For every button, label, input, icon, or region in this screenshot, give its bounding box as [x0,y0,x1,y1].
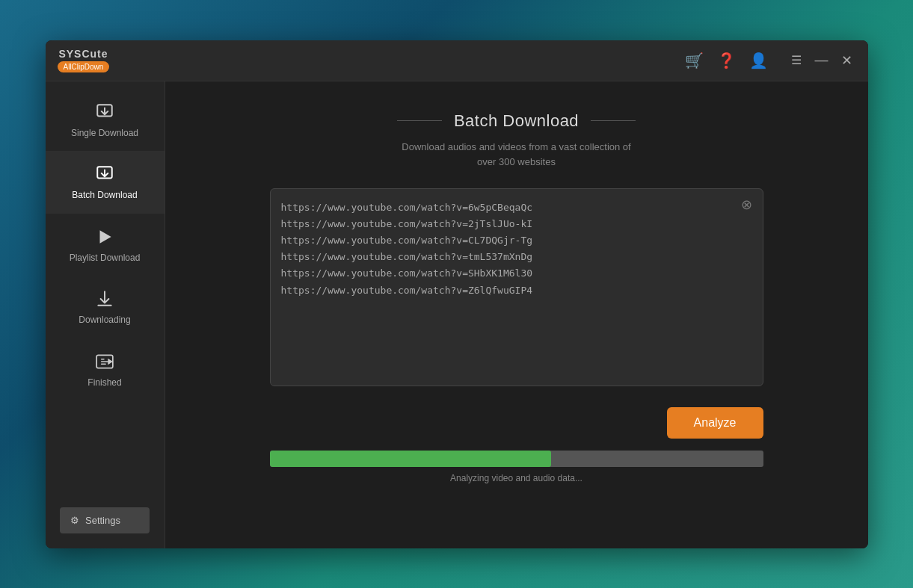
svg-marker-4 [108,359,113,365]
sidebar-label-batch-download: Batch Download [72,190,137,202]
playlist-download-icon [93,226,116,248]
sidebar-item-playlist-download[interactable]: Playlist Download [46,214,165,276]
progress-bar-container [270,451,763,467]
url-textarea[interactable] [270,188,763,386]
sidebar-label-finished: Finished [87,377,121,389]
settings-button[interactable]: ⚙ Settings [60,507,150,533]
cart-icon[interactable]: 🛒 [685,52,704,69]
header-line-left [397,120,442,121]
analyze-button[interactable]: Analyze [667,407,763,439]
content-area: Batch Download Download audios and video… [165,81,868,548]
progress-status: Analyzing video and audio data... [270,473,763,483]
single-download-icon [93,101,116,123]
account-icon[interactable]: 👤 [749,52,768,69]
menu-button[interactable]: ☰ [787,52,805,69]
analyze-row: Analyze [270,407,763,439]
progress-bar-fill [270,451,551,467]
sidebar: Single Download Batch Download [46,81,165,548]
header-line-right [591,120,636,121]
section-header: Batch Download [397,111,636,131]
minimize-button[interactable]: — [813,52,831,69]
section-desc: Download audios and videos from a vast c… [402,140,630,171]
app-title: SYSCute [58,48,108,60]
sidebar-item-finished[interactable]: Finished [46,338,165,401]
close-icon: ⊗ [741,196,752,213]
section-desc-line2: over 300 websites [477,156,556,167]
title-bar-left: SYSCute AllClipDown [58,48,110,72]
sidebar-label-single-download: Single Download [71,128,138,140]
progress-area: Analyzing video and audio data... [270,451,763,483]
finished-icon [93,350,116,373]
app-window: SYSCute AllClipDown 🛒 ❓ 👤 ☰ — ✕ [46,40,868,548]
downloading-icon [93,288,116,310]
sidebar-item-single-download[interactable]: Single Download [46,89,165,152]
app-badge: AllClipDown [58,61,110,72]
sidebar-item-downloading[interactable]: Downloading [46,276,165,338]
sidebar-item-batch-download[interactable]: Batch Download [46,151,165,214]
svg-marker-2 [100,230,111,243]
main-content: Single Download Batch Download [46,81,868,548]
help-icon[interactable]: ❓ [717,52,736,69]
section-desc-line1: Download audios and videos from a vast c… [402,141,630,152]
url-textarea-container: ⊗ [270,188,763,389]
section-title: Batch Download [454,111,579,131]
window-controls: ☰ — ✕ [787,52,856,69]
sidebar-label-playlist-download: Playlist Download [70,253,141,264]
close-button[interactable]: ✕ [838,52,856,69]
clear-button[interactable]: ⊗ [738,196,756,214]
sidebar-label-downloading: Downloading [79,315,130,327]
title-bar-right: 🛒 ❓ 👤 ☰ — ✕ [685,52,856,69]
settings-label: Settings [85,515,120,526]
title-bar: SYSCute AllClipDown 🛒 ❓ 👤 ☰ — ✕ [46,40,868,81]
batch-download-icon [93,163,116,185]
gear-icon: ⚙ [70,515,79,526]
